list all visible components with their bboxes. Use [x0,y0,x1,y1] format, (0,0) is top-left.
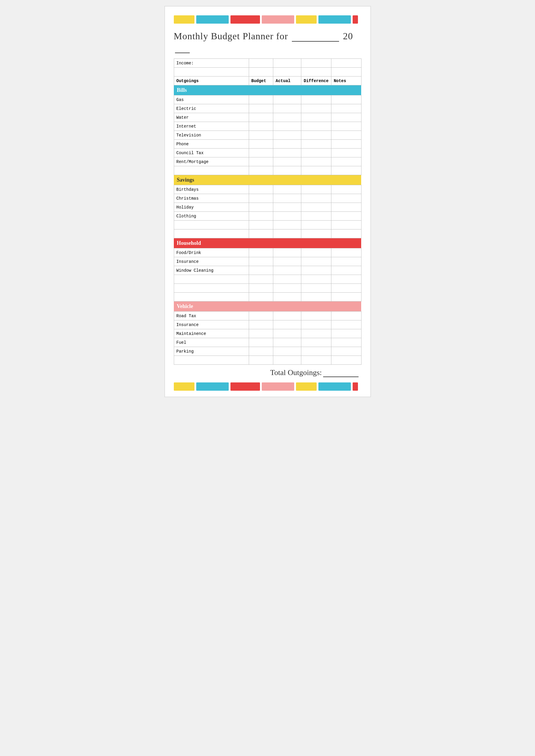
column-header-row: Outgoings Budget Actual Difference Notes [174,76,361,85]
label-food-drink: Food/Drink [174,248,249,257]
label-road-tax: Road Tax [174,312,249,320]
bar-pink-1 [262,15,294,24]
row-food-drink: Food/Drink [174,248,361,257]
row-birthdays: Birthdays [174,185,361,194]
bot-bar-pink-1 [262,382,294,391]
income-diff [301,59,331,68]
row-road-tax: Road Tax [174,312,361,320]
row-rent-mortgage: Rent/Mortgage [174,157,361,166]
spacer-row [174,68,361,76]
col-header-outgoings: Outgoings [174,76,249,85]
row-electric: Electric [174,104,361,113]
section-bills-header: Bills [174,85,361,95]
income-label: Income: [174,59,249,68]
row-phone: Phone [174,140,361,149]
bar-red-2 [352,15,358,24]
total-outgoings-row: Total Outgoings: [174,368,361,377]
income-row: Income: [174,59,361,68]
col-header-actual: Actual [273,76,301,85]
bot-bar-teal-2 [319,382,351,391]
bot-bar-yellow-1 [174,382,194,391]
label-electric: Electric [174,104,249,113]
total-label: Total Outgoings: [270,368,322,377]
total-value-line [323,368,358,377]
income-actual [273,59,301,68]
col-header-budget: Budget [249,76,273,85]
budget-table: Income: Outgoings Budget Actual Differen… [174,58,361,365]
label-insurance-household: Insurance [174,257,249,266]
bar-teal-2 [319,15,351,24]
label-christmas: Christmas [174,194,249,203]
savings-spacer-1 [174,221,361,229]
household-spacer-2 [174,284,361,293]
row-christmas: Christmas [174,194,361,203]
bar-yellow-1 [174,15,194,24]
row-insurance-vehicle: Insurance [174,320,361,329]
section-bills-label: Bills [174,85,361,95]
bar-red-1 [231,15,260,24]
section-vehicle-header: Vehicle [174,302,361,312]
section-vehicle-label: Vehicle [174,302,361,312]
title-month-line [292,30,339,42]
title-year-line [175,42,190,53]
label-council-tax: Council Tax [174,149,249,157]
income-notes [331,59,361,68]
bar-yellow-2 [296,15,317,24]
label-holiday: Holiday [174,203,249,212]
label-fuel: Fuel [174,338,249,347]
label-insurance-vehicle: Insurance [174,320,249,329]
savings-spacer-2 [174,229,361,238]
label-birthdays: Birthdays [174,185,249,194]
bar-teal-1 [196,15,229,24]
col-header-notes: Notes [331,76,361,85]
label-water: Water [174,113,249,122]
bottom-color-bars [174,382,361,391]
household-spacer-3 [174,293,361,302]
label-window-cleaning: Window Cleaning [174,266,249,275]
row-parking: Parking [174,347,361,356]
col-header-difference: Difference [301,76,331,85]
bot-bar-red-2 [352,382,358,391]
row-television: Television [174,131,361,140]
section-savings-label: Savings [174,175,361,185]
household-spacer-1 [174,275,361,284]
row-council-tax: Council Tax [174,149,361,157]
top-color-bars [174,15,361,24]
label-television: Television [174,131,249,140]
bot-bar-red-1 [231,382,260,391]
label-internet: Internet [174,122,249,131]
section-household-label: Household [174,238,361,248]
label-maintenance: Maintainence [174,329,249,338]
label-rent-mortgage: Rent/Mortgage [174,157,249,166]
title-text: Monthly Budget Planner for [174,31,288,41]
row-fuel: Fuel [174,338,361,347]
label-clothing: Clothing [174,212,249,221]
row-internet: Internet [174,122,361,131]
page: Monthly Budget Planner for 20 Income: [164,6,371,397]
row-water: Water [174,113,361,122]
row-maintenance: Maintainence [174,329,361,338]
section-savings-header: Savings [174,175,361,185]
row-gas: Gas [174,95,361,104]
section-household-header: Household [174,238,361,248]
title-year-prefix: 20 [343,31,353,41]
bills-spacer [174,166,361,175]
income-budget [249,59,273,68]
label-gas: Gas [174,95,249,104]
row-clothing: Clothing [174,212,361,221]
label-parking: Parking [174,347,249,356]
row-insurance-household: Insurance [174,257,361,266]
bot-bar-yellow-2 [296,382,317,391]
page-title: Monthly Budget Planner for 20 [174,30,361,53]
row-window-cleaning: Window Cleaning [174,266,361,275]
row-holiday: Holiday [174,203,361,212]
bot-bar-teal-1 [196,382,229,391]
label-phone: Phone [174,140,249,149]
vehicle-spacer [174,356,361,365]
